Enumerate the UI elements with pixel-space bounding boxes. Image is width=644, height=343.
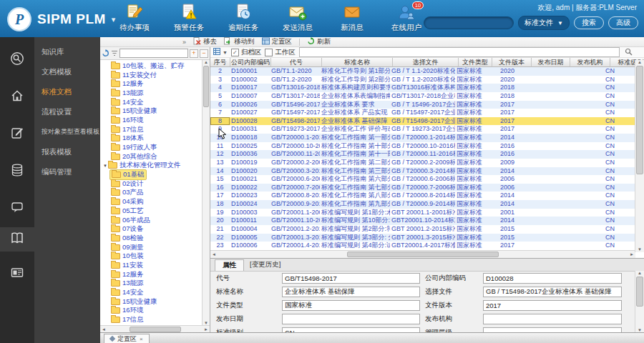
rail-item-card[interactable] [0, 260, 34, 289]
search-icon[interactable] [625, 48, 633, 57]
column-header-发布日期[interactable]: 发布日期 [532, 58, 570, 67]
scroll-down-icon[interactable]: ▼ [635, 247, 644, 252]
work-zone-checkbox[interactable]: 工作区 [265, 48, 296, 57]
column-header-发布机构[interactable]: 发布机构 [570, 58, 610, 67]
field-input-文件类型[interactable] [282, 300, 420, 311]
scroll-up-icon[interactable]: ▲ [204, 60, 208, 64]
table-row[interactable]: 22D100005GB/T20001.3-2015标准编写规则 第3部分: 分类… [210, 234, 644, 242]
column-header-文件类型[interactable]: 文件类型 [459, 58, 492, 67]
field-input-代号[interactable] [282, 273, 420, 284]
table-vertical-scrollbar[interactable]: ▲ ▼ [635, 60, 644, 252]
sidebar-item-编码管理[interactable]: 编码管理 [34, 161, 100, 182]
table-horizontal-scrollbar[interactable]: ◄ ► [210, 250, 635, 258]
rail-item-book[interactable] [0, 227, 34, 252]
advanced-search-button[interactable]: 高级 [608, 16, 638, 29]
scroll-left-icon[interactable]: ◄ [212, 252, 216, 257]
tree-vertical-scrollbar[interactable]: ▲ ▼ [202, 60, 210, 326]
tree-item[interactable]: 15职业健康 [100, 297, 210, 307]
tree-item[interactable]: 09测量 [100, 243, 210, 252]
table-row[interactable]: 14D100020GB/T20000.3-2014标准化工作指南 第三部分：..… [210, 167, 644, 176]
tree-item[interactable]: 02设计 [100, 179, 210, 189]
scrollbar-thumb[interactable] [347, 252, 499, 257]
tree-filter-input[interactable] [119, 49, 188, 58]
tree-item[interactable]: 08检验 [100, 234, 210, 243]
field-input-文件版本[interactable] [483, 300, 622, 311]
scroll-right-icon[interactable]: ► [630, 252, 634, 257]
tree-item[interactable]: 17信息 [100, 125, 210, 134]
send-message-action[interactable]: 发送消息 [270, 3, 325, 33]
table-row[interactable]: 20D100011GB/T20001.10-2014标准编写规则 第10部分:产… [210, 217, 644, 225]
tree-item[interactable]: 17信息 [100, 315, 210, 324]
tree-item[interactable]: 16环境 [100, 116, 210, 125]
table-row[interactable]: 8D100028GB/T15498-2017企业标准体系 基础保障GB / T1… [210, 117, 644, 126]
tree-item[interactable]: 15职业健康 [100, 106, 210, 116]
properties-vertical-scrollbar[interactable]: ▲ ▼ [635, 271, 644, 333]
column-header-代号[interactable]: 代号 [271, 58, 322, 67]
tree-item[interactable]: 13能源 [100, 89, 210, 98]
rail-item-edit[interactable] [0, 120, 34, 149]
sidebar-item-报表模板[interactable]: 报表模板 [34, 141, 100, 161]
refresh-button[interactable]: 刷新 [307, 37, 331, 46]
rail-item-home[interactable] [0, 83, 34, 111]
table-row[interactable]: 17D100023GB/T20000.8-2014标准化工作指南 第八部分：..… [210, 192, 644, 200]
rail-item-search-badge[interactable] [0, 46, 34, 74]
scroll-up-icon[interactable]: ▲ [638, 60, 642, 64]
table-row[interactable]: 10D100018GB/T20000.1-2014标准化工作指南 第一部分：..… [210, 134, 644, 142]
table-row[interactable]: 21D100004GB/T20001.2-2015标准编写规则 第2部分:符号.… [210, 225, 644, 234]
field-input-公司内部编码[interactable] [483, 273, 622, 284]
archive-zone-checkbox[interactable]: ✓ 归档区 [231, 48, 262, 57]
tree-item[interactable]: 19行政人事 [100, 143, 210, 152]
table-row[interactable]: 19D100003GB/T20001.1-2001标准编写规则 第1部分:术语G… [210, 209, 644, 217]
field-input-发布机构[interactable] [483, 314, 622, 324]
app-logo[interactable]: P SIPM PLM ▾ [7, 7, 115, 31]
tree-filter-icon[interactable] [111, 47, 118, 60]
column-header-标准名称[interactable]: 标准名称 [322, 58, 393, 67]
table-row[interactable]: 18D100024GB/T20000.9-2014标准化工作指南 第九部分：..… [210, 200, 644, 209]
field-input-发布日期[interactable] [282, 314, 420, 324]
scrollbar-thumb[interactable] [130, 327, 181, 332]
collapse-all-button[interactable]: − [200, 49, 208, 58]
tree-item[interactable]: 12服务 [100, 79, 210, 89]
overdue-task-action[interactable]: 逾期任务 [216, 3, 270, 33]
tree-item[interactable]: 14安全 [100, 288, 210, 297]
tree-item[interactable]: 04采购 [100, 197, 210, 207]
tree-item[interactable]: 05工艺 [100, 207, 210, 216]
tree-item[interactable]: 11安装交付 [100, 71, 210, 80]
global-search-input[interactable] [424, 16, 514, 29]
table-row[interactable]: 9D100031GB/T19273-2017企业标准化工作 评价与改进GB / … [210, 125, 644, 134]
scrollbar-thumb[interactable] [636, 277, 643, 307]
table-row[interactable]: 4D100017GB/T13016-2018标准体系构建原则和要求GB/T130… [210, 84, 644, 92]
fixed-zone-button[interactable]: 定置区 [262, 37, 293, 46]
tree-item[interactable]: 12服务 [100, 270, 210, 279]
tree-item[interactable]: 10包装、搬运、贮存 [100, 61, 210, 71]
rail-item-database[interactable] [0, 157, 34, 186]
tree-item[interactable]: 01基础 [100, 170, 210, 179]
table-row[interactable]: 3D100002GB/T1.2-2020标准化工作导则 第2部分：..GB / … [210, 76, 644, 84]
fixed-zone-tab[interactable]: 定置区 × [104, 334, 150, 343]
tree-item[interactable]: 20其他综合 [100, 152, 210, 161]
table-row[interactable]: 11D100025GB/T20000.10-2016标准化工作指南 第十部分：.… [210, 142, 644, 151]
scrollbar-thumb[interactable] [203, 66, 209, 107]
tree-item[interactable]: 14安全 [100, 98, 210, 107]
expander-down-icon[interactable]: ▾ [102, 163, 108, 169]
table-row[interactable]: 15D100021GB/T20000.6-2006标准化工作指南 第六部分：..… [210, 175, 644, 184]
search-button[interactable]: 搜索 [574, 16, 604, 29]
sidebar-item-标准文档[interactable]: 标准文档 [34, 81, 100, 101]
table-row[interactable]: 13D100019GB/T20000.2-2009标准化工作指南 第二部分：..… [210, 159, 644, 167]
scroll-left-icon[interactable]: ◄ [102, 327, 106, 332]
sidebar-item-知识库[interactable]: 知识库 [34, 41, 100, 61]
sidebar-item-流程设置[interactable]: 流程设置 [34, 101, 100, 121]
table-row[interactable]: 7D100027GB/T15497-2017企业标准体系 产品实现GB / T1… [210, 109, 644, 117]
rail-item-chat[interactable] [0, 194, 34, 223]
new-message-action[interactable]: 新消息 [325, 3, 379, 33]
search-category-select[interactable]: 标准文件 ▼ [518, 16, 570, 30]
tree-item[interactable]: 18体系 [100, 134, 210, 144]
column-header-文件版本[interactable]: 文件版本 [492, 58, 532, 67]
scroll-right-icon[interactable]: ► [204, 327, 208, 332]
scroll-up-icon[interactable]: ▲ [638, 271, 642, 275]
column-header-选择文件[interactable]: 选择文件 [393, 58, 459, 67]
table-row[interactable]: 12D100036GB/T20000.11-2016标准化工作指南 第十一部分.… [210, 150, 644, 159]
table-row[interactable]: 2D100001GB/T1.1-2020标准化工作导则 第1部分：..GB / … [210, 67, 644, 76]
checkbox-unchecked-icon[interactable] [265, 49, 273, 56]
tree-refresh-icon[interactable] [102, 47, 109, 60]
